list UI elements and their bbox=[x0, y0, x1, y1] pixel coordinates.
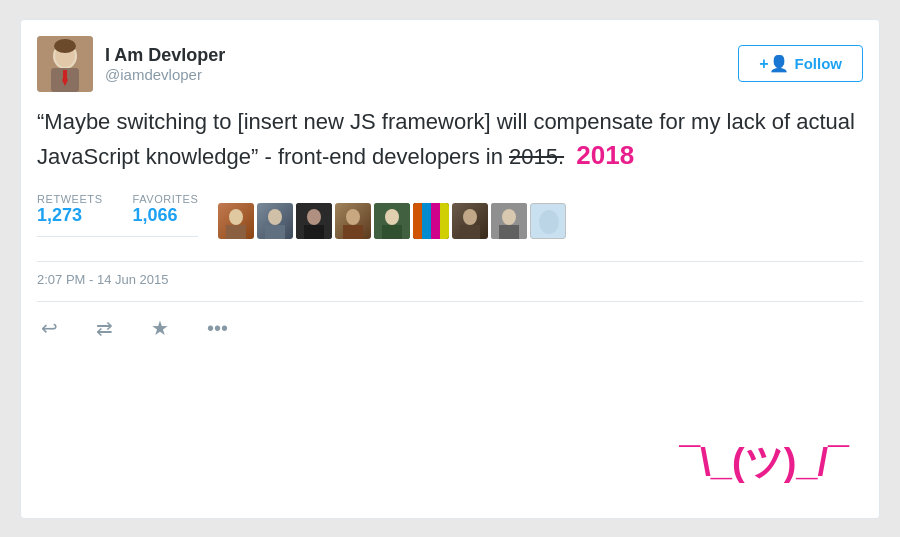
svg-rect-29 bbox=[499, 225, 519, 239]
follow-icon: +👤 bbox=[759, 54, 788, 73]
mini-avatar-9 bbox=[530, 203, 566, 239]
svg-point-25 bbox=[463, 209, 477, 225]
svg-point-31 bbox=[539, 210, 559, 234]
shrug-emoticon: ¯\_(ツ)_/¯ bbox=[679, 437, 849, 488]
svg-point-28 bbox=[502, 209, 516, 225]
user-handle: @iamdevloper bbox=[105, 66, 225, 83]
tweet-header-left: I Am Devloper @iamdevloper bbox=[37, 36, 225, 92]
svg-point-5 bbox=[54, 39, 76, 53]
mini-avatar-8 bbox=[491, 203, 527, 239]
retweets-value: 1,273 bbox=[37, 205, 103, 226]
mini-avatar-1 bbox=[218, 203, 254, 239]
highlight-year: 2018 bbox=[576, 140, 634, 170]
user-name: I Am Devloper bbox=[105, 45, 225, 66]
svg-rect-21 bbox=[413, 203, 422, 239]
svg-rect-9 bbox=[226, 225, 246, 239]
svg-point-15 bbox=[346, 209, 360, 225]
svg-rect-7 bbox=[63, 70, 67, 78]
svg-point-18 bbox=[385, 209, 399, 225]
svg-rect-14 bbox=[304, 225, 324, 239]
svg-rect-26 bbox=[460, 225, 480, 239]
svg-rect-19 bbox=[382, 225, 402, 239]
retweets-stat: RETWEETS 1,273 bbox=[37, 193, 103, 226]
tweet-text: “Maybe switching to [insert new JS frame… bbox=[37, 106, 863, 176]
tweet-timestamp: 2:07 PM - 14 Jun 2015 bbox=[37, 272, 863, 287]
retweets-label: RETWEETS bbox=[37, 193, 103, 205]
tweet-stats: RETWEETS 1,273 FAVORITES 1,066 bbox=[37, 193, 198, 237]
svg-rect-22 bbox=[422, 203, 431, 239]
follow-button[interactable]: +👤 Follow bbox=[738, 45, 863, 82]
avatars-row bbox=[218, 203, 566, 239]
stats-row: RETWEETS 1,273 FAVORITES 1,066 bbox=[37, 193, 863, 249]
svg-rect-24 bbox=[440, 203, 449, 239]
reply-button[interactable]: ↩ bbox=[37, 312, 62, 344]
favorite-button[interactable]: ★ bbox=[147, 312, 173, 344]
avatar bbox=[37, 36, 93, 92]
mini-avatar-6 bbox=[413, 203, 449, 239]
strikethrough-year: 2015. bbox=[509, 144, 564, 169]
mini-avatar-2 bbox=[257, 203, 293, 239]
follow-label: Follow bbox=[795, 55, 843, 72]
svg-rect-11 bbox=[265, 225, 285, 239]
tweet-header: I Am Devloper @iamdevloper +👤 Follow bbox=[37, 36, 863, 92]
mini-avatar-7 bbox=[452, 203, 488, 239]
favorites-value: 1,066 bbox=[133, 205, 199, 226]
svg-point-10 bbox=[268, 209, 282, 225]
mini-avatar-3 bbox=[296, 203, 332, 239]
tweet-text-main: “Maybe switching to [insert new JS frame… bbox=[37, 109, 855, 170]
tweet-actions: ↩ ⇄ ★ ••• bbox=[37, 312, 863, 344]
svg-rect-16 bbox=[343, 225, 363, 239]
user-info: I Am Devloper @iamdevloper bbox=[105, 45, 225, 83]
svg-point-8 bbox=[229, 209, 243, 225]
divider bbox=[37, 261, 863, 262]
mini-avatar-5 bbox=[374, 203, 410, 239]
divider-2 bbox=[37, 301, 863, 302]
retweet-button[interactable]: ⇄ bbox=[92, 312, 117, 344]
favorites-label: FAVORITES bbox=[133, 193, 199, 205]
svg-rect-23 bbox=[431, 203, 440, 239]
svg-point-13 bbox=[307, 209, 321, 225]
mini-avatar-4 bbox=[335, 203, 371, 239]
more-button[interactable]: ••• bbox=[203, 313, 232, 344]
tweet-card: I Am Devloper @iamdevloper +👤 Follow “Ma… bbox=[20, 19, 880, 519]
favorites-stat: FAVORITES 1,066 bbox=[133, 193, 199, 226]
